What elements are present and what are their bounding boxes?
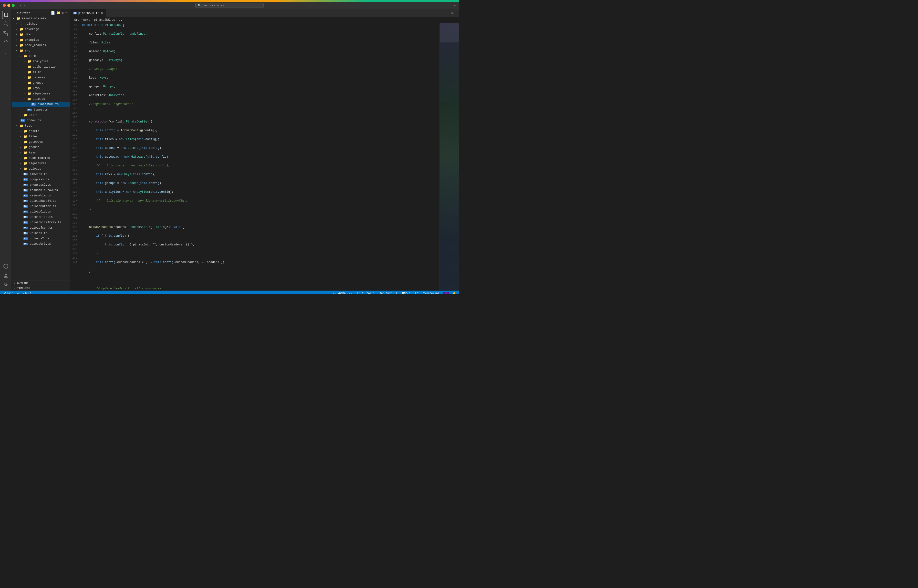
activity-search[interactable] [2, 20, 10, 28]
activity-account[interactable] [2, 271, 10, 279]
sidebar-item-analytics[interactable]: › 📁 analytics [12, 59, 70, 64]
sidebar-item-signatures[interactable]: › 📁 signatures [12, 91, 70, 96]
sidebar-item-pinjobs[interactable]: TS pinJobs.ts [12, 171, 70, 177]
line-number: 111 [72, 128, 77, 133]
sidebar-item-types[interactable]: › TS types.ts [12, 107, 70, 113]
activity-settings[interactable] [2, 281, 10, 289]
collapse-icon[interactable]: ⋯ [65, 11, 67, 15]
search-bar[interactable]: 🔍 pinata-sdk-dev [195, 3, 264, 8]
outline-panel[interactable]: › OUTLINE [12, 281, 70, 286]
code-line: this.keys = new Keys(this.config); [82, 172, 439, 177]
sidebar-item-uploadbuffer[interactable]: TS uploadBuffer.ts [12, 204, 70, 209]
sidebar-item-src[interactable]: ▾ 📂 src [12, 48, 70, 53]
sidebar-item-test-node-modules[interactable]: › 📁 node_modules [12, 155, 70, 161]
sidebar-item-examples[interactable]: › 📁 examples [12, 37, 70, 43]
sidebar-item-test-groups[interactable]: › 📁 groups [12, 145, 70, 150]
split-editor-icon[interactable]: ⊟ [452, 11, 453, 15]
sidebar-item-resumable-raw[interactable]: TS resumable-raw.ts [12, 187, 70, 193]
sidebar-item-keys[interactable]: › 📁 keys [12, 86, 70, 91]
sidebar-item-uploadcid[interactable]: TS uploadCid.ts [12, 209, 70, 215]
sidebar-item-github[interactable]: › ⬡ .github [12, 21, 70, 27]
sidebar-item-test-files[interactable]: › 📁 files [12, 134, 70, 139]
close-button[interactable] [3, 4, 6, 7]
sidebar-item-gateway[interactable]: › 📁 gateway [12, 75, 70, 80]
line-number: 110 [72, 124, 77, 128]
statusbar-position[interactable]: Ln 1, Col 1 [356, 292, 376, 294]
sidebar-item-uploads[interactable]: ▾ 📂 uploads [12, 96, 70, 102]
sidebar-item-test-uploads[interactable]: ▾ 📂 uploads [12, 166, 70, 171]
more-actions-icon[interactable]: ⋯ [455, 11, 457, 15]
sidebar-item-test[interactable]: ▾ 📂 test [12, 123, 70, 129]
sidebar-item-test-keys[interactable]: › 📁 keys [12, 150, 70, 155]
statusbar-vim-mode[interactable]: ⚡ [443, 292, 449, 294]
tab-pinatasdk[interactable]: TS pinataSDK.ts × [70, 9, 106, 17]
code-line: } [82, 207, 439, 212]
sidebar-item-files[interactable]: › 📁 files [12, 69, 70, 75]
activity-debug[interactable] [2, 39, 10, 46]
sidebar-item-pinatasdk[interactable]: › TS pinataSDK.ts [12, 102, 70, 107]
tab-close-icon[interactable]: × [101, 11, 103, 15]
sidebar-item-utils[interactable]: › 📁 utils [12, 113, 70, 118]
statusbar-errors[interactable]: ⊘ 0 ⚠ 0 [22, 292, 32, 294]
sidebar-item-test-assets[interactable]: › 📁 assets [12, 129, 70, 134]
line-number: 137 [72, 242, 77, 247]
sidebar-item-dist[interactable]: › 📁 dist [12, 32, 70, 37]
sidebar-item-uploadfile[interactable]: TS uploadFile.ts [12, 215, 70, 220]
maximize-button[interactable] [12, 4, 15, 7]
activity-explorer[interactable] [2, 11, 10, 19]
line-number: 93 [72, 49, 77, 54]
code-line [82, 278, 439, 282]
forward-icon[interactable]: › [23, 3, 25, 7]
line-number: 114 [72, 142, 77, 146]
activity-remote[interactable] [2, 262, 10, 270]
sidebar-item-test-gateways[interactable]: › 📁 gateways [12, 139, 70, 145]
titlebar-actions: ⚙ [454, 4, 456, 7]
sidebar-item-uploadfilearray[interactable]: TS uploadFileArray.ts [12, 220, 70, 225]
breadcrumb-file[interactable]: pinataSDK.ts [94, 18, 115, 22]
line-number: 125 [72, 190, 77, 194]
statusbar-branch[interactable]: ⎇ main [2, 292, 14, 294]
line-number: 132 [72, 221, 77, 225]
sidebar-item-groups[interactable]: › 📁 groups [12, 80, 70, 86]
line-number: 128 [72, 203, 77, 207]
sidebar-item-node-modules[interactable]: › 📁 node_modules [12, 43, 70, 48]
sidebar-item-uploadurl[interactable]: TS uploadUrl.ts [12, 241, 70, 247]
sidebar-item-progress[interactable]: TS progress.ts [12, 177, 70, 182]
code-editor[interactable]: 8788899091929394959697989910010110210310… [70, 23, 459, 291]
bell-icon: 🔔 [453, 292, 456, 294]
sidebar-item-uploads-ts[interactable]: TS uploads.ts [12, 231, 70, 236]
new-file-icon[interactable]: 📄 [51, 11, 55, 15]
timeline-panel[interactable]: › TIMELINE [12, 286, 70, 291]
sidebar-item-core[interactable]: ▾ 📂 core [12, 53, 70, 59]
settings-icon[interactable]: ⚙ [454, 4, 456, 7]
sidebar-item-coverage[interactable]: › 📁 coverage [12, 27, 70, 32]
activity-git[interactable] [2, 29, 10, 37]
breadcrumb-src[interactable]: src [74, 18, 79, 22]
breadcrumb-core[interactable]: core [83, 18, 90, 22]
back-icon[interactable]: ‹ [19, 3, 21, 7]
new-folder-icon[interactable]: 📁 [56, 11, 60, 15]
sidebar-item-index[interactable]: › TS index.ts [12, 118, 70, 123]
statusbar-tabsize[interactable]: Tab Size: 4 [379, 292, 398, 294]
sidebar-item-uploadjson[interactable]: TS uploadJson.ts [12, 225, 70, 231]
statusbar-notifications[interactable]: 🔔 [452, 292, 457, 294]
activity-extensions[interactable] [2, 48, 10, 56]
sidebar-item-resumable[interactable]: TS resumable.ts [12, 193, 70, 199]
breadcrumb-symbol[interactable]: ... [119, 18, 124, 22]
sidebar-item-uploadbase64[interactable]: TS uploadBase64.ts [12, 199, 70, 204]
statusbar-eol[interactable]: LF [414, 292, 419, 294]
sidebar-item-test-signatures[interactable]: › 📁 signatures [12, 161, 70, 166]
tabs-bar: TS pinataSDK.ts × ⊟ ⋯ [70, 9, 459, 17]
sidebar-item-progress2[interactable]: TS progress2.ts [12, 182, 70, 187]
code-content[interactable]: export class PinataSDK { config: PinataC… [80, 23, 439, 291]
statusbar-language[interactable]: TypeScript [422, 292, 440, 294]
code-line: keys: Keys; [82, 76, 439, 80]
sidebar-item-project-root[interactable]: ▾ 📁 PINATA-SDK-DEV [12, 16, 70, 21]
sidebar-item-uploads2[interactable]: TS uploads2.ts [12, 236, 70, 241]
minimize-button[interactable] [7, 4, 10, 7]
sidebar-item-authentication[interactable]: › 📁 authentication [12, 64, 70, 69]
line-number: 135 [72, 234, 77, 238]
statusbar-sync[interactable]: ↻ [16, 292, 20, 294]
statusbar-encoding[interactable]: UTF-8 [401, 292, 411, 294]
refresh-icon[interactable]: ↻ [62, 11, 64, 15]
